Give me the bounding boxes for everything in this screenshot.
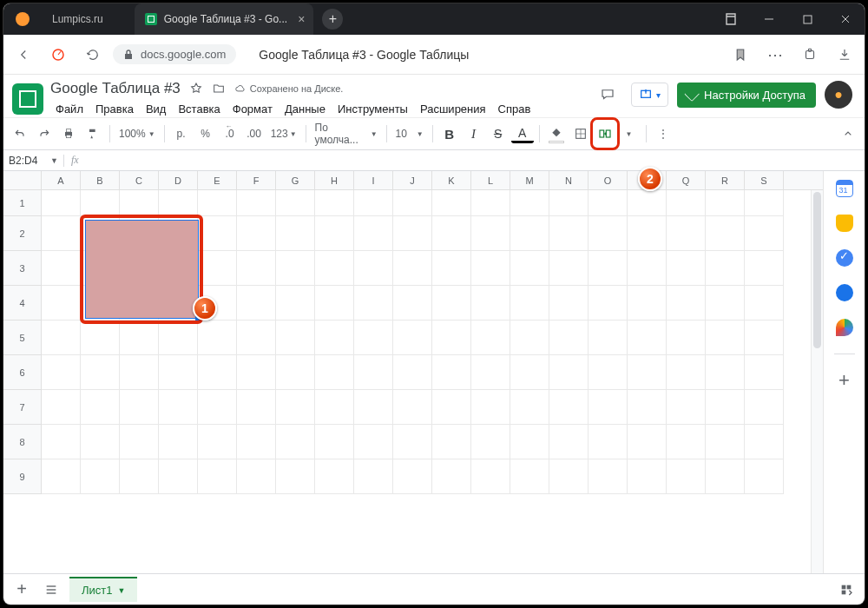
cell[interactable] [198, 390, 237, 425]
cell[interactable] [120, 355, 159, 390]
addons-icon[interactable]: + [836, 372, 853, 389]
col-header[interactable]: I [354, 171, 393, 189]
cell[interactable] [432, 390, 471, 425]
cell[interactable] [42, 216, 81, 251]
share-button[interactable]: Настройки Доступа [677, 83, 816, 108]
doc-title[interactable]: Google Таблица #3 [50, 80, 181, 97]
col-header[interactable]: D [159, 171, 198, 189]
cell[interactable] [667, 190, 706, 216]
cell[interactable] [432, 425, 471, 459]
cell[interactable] [393, 355, 432, 390]
cell[interactable] [354, 286, 393, 321]
font-size-select[interactable]: 10▼ [392, 122, 427, 145]
cell[interactable] [276, 190, 315, 216]
cell[interactable] [393, 216, 432, 251]
cell[interactable] [510, 390, 549, 425]
reload-button[interactable] [78, 40, 108, 69]
cell[interactable] [120, 190, 159, 216]
cell[interactable] [510, 216, 549, 251]
cell[interactable] [237, 459, 276, 494]
col-header[interactable]: G [276, 171, 315, 189]
menu-insert[interactable]: Вставка [173, 101, 225, 117]
cell[interactable] [393, 425, 432, 459]
cell[interactable] [120, 390, 159, 425]
cell[interactable] [237, 286, 276, 321]
col-header[interactable]: L [471, 171, 510, 189]
merge-cells-button[interactable] [594, 122, 616, 145]
menu-data[interactable]: Данные [279, 101, 331, 117]
row-header[interactable]: 4 [3, 286, 42, 321]
row-header[interactable]: 6 [3, 355, 42, 390]
cell[interactable] [745, 190, 784, 216]
cell[interactable] [276, 251, 315, 286]
cell[interactable] [315, 390, 354, 425]
bookmark-icon[interactable] [726, 40, 755, 69]
menu-extensions[interactable]: Расширения [415, 101, 491, 117]
window-maximize-button[interactable] [788, 3, 826, 35]
print-button[interactable] [57, 122, 80, 145]
cell[interactable] [159, 425, 198, 459]
cell[interactable] [510, 355, 549, 390]
col-header[interactable]: N [549, 171, 589, 189]
cell[interactable] [42, 321, 81, 355]
explore-button[interactable] [835, 578, 858, 601]
col-header[interactable]: B [81, 171, 120, 189]
cell[interactable] [471, 251, 510, 286]
cell[interactable] [315, 355, 354, 390]
cell[interactable] [706, 251, 745, 286]
cell[interactable] [315, 459, 354, 494]
cell[interactable] [432, 355, 471, 390]
cell[interactable] [549, 286, 589, 321]
col-header[interactable]: O [589, 171, 628, 189]
cell[interactable] [432, 459, 471, 494]
cell[interactable] [237, 425, 276, 459]
cell[interactable] [589, 459, 628, 494]
cell[interactable] [159, 190, 198, 216]
bold-button[interactable]: B [438, 122, 461, 145]
account-avatar[interactable]: ● [825, 81, 852, 109]
cell[interactable] [667, 251, 706, 286]
cell[interactable] [471, 190, 510, 216]
nav-back-button[interactable] [9, 40, 38, 69]
cell[interactable] [276, 355, 315, 390]
cell[interactable] [237, 321, 276, 355]
cell[interactable] [510, 425, 549, 459]
cell[interactable] [42, 390, 81, 425]
cell[interactable] [81, 321, 120, 355]
cell[interactable] [237, 251, 276, 286]
cell[interactable] [237, 216, 276, 251]
col-header[interactable]: S [745, 171, 784, 189]
all-sheets-button[interactable] [40, 578, 62, 601]
cell[interactable] [549, 190, 589, 216]
move-icon[interactable] [212, 82, 226, 96]
cell[interactable] [471, 321, 510, 355]
number-format-select[interactable]: 123▼ [267, 122, 300, 145]
cell[interactable] [120, 321, 159, 355]
cell[interactable] [589, 425, 628, 459]
cell[interactable] [706, 190, 745, 216]
col-header[interactable]: J [393, 171, 432, 189]
cell[interactable] [745, 425, 784, 459]
cell[interactable] [198, 321, 237, 355]
maps-icon[interactable] [836, 319, 853, 336]
more-icon[interactable]: ⋯ [760, 40, 790, 69]
cell[interactable] [471, 355, 510, 390]
contacts-icon[interactable] [836, 284, 853, 301]
cell[interactable] [589, 251, 628, 286]
vertical-scrollbar[interactable] [811, 190, 823, 573]
cell[interactable] [432, 321, 471, 355]
cell[interactable] [549, 459, 589, 494]
cell[interactable] [354, 390, 393, 425]
cell[interactable] [159, 459, 198, 494]
cell[interactable] [276, 459, 315, 494]
cell[interactable] [628, 321, 667, 355]
cell[interactable] [589, 216, 628, 251]
italic-button[interactable]: I [463, 122, 485, 145]
keep-icon[interactable] [836, 215, 853, 232]
cell[interactable] [706, 390, 745, 425]
browser-tab-active[interactable]: Google Таблица #3 - Gо... × [135, 3, 314, 35]
cell[interactable] [315, 286, 354, 321]
cell[interactable] [198, 425, 237, 459]
currency-button[interactable]: р. [170, 122, 193, 145]
cell[interactable] [432, 251, 471, 286]
